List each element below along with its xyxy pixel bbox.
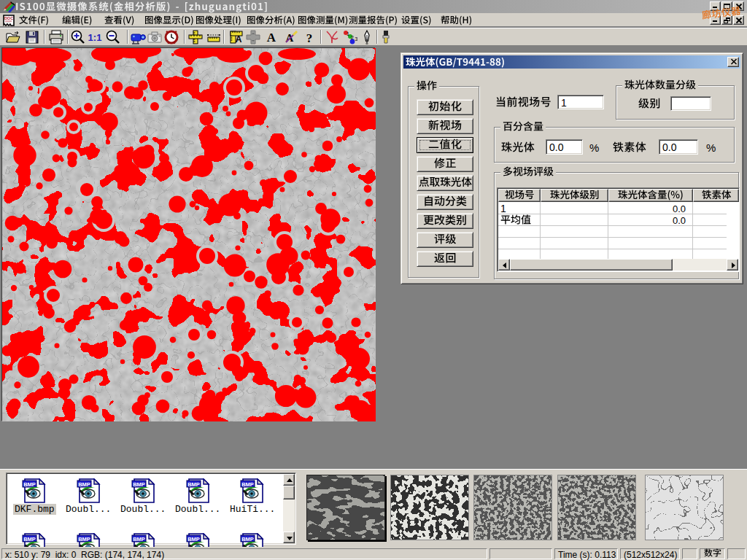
svg-text:BMP: BMP bbox=[133, 536, 145, 542]
svg-text:BMP: BMP bbox=[241, 481, 254, 488]
svg-text:2: 2 bbox=[351, 35, 354, 40]
svg-text:BMP: BMP bbox=[187, 536, 200, 542]
svg-text:3: 3 bbox=[355, 36, 358, 42]
svg-text:BMP: BMP bbox=[78, 536, 90, 542]
svg-text:A: A bbox=[267, 31, 276, 44]
svg-text:1: 1 bbox=[347, 31, 349, 36]
svg-text:BMP: BMP bbox=[133, 481, 145, 488]
svg-text:?: ? bbox=[306, 31, 313, 45]
svg-text:1:1: 1:1 bbox=[88, 32, 102, 43]
svg-text:DOC: DOC bbox=[4, 16, 13, 20]
svg-text:BMP: BMP bbox=[23, 536, 36, 542]
svg-text:BMP: BMP bbox=[23, 481, 36, 488]
svg-text:BMP: BMP bbox=[78, 481, 90, 488]
svg-text:BMP: BMP bbox=[187, 481, 200, 488]
svg-text:BMP: BMP bbox=[241, 536, 254, 542]
